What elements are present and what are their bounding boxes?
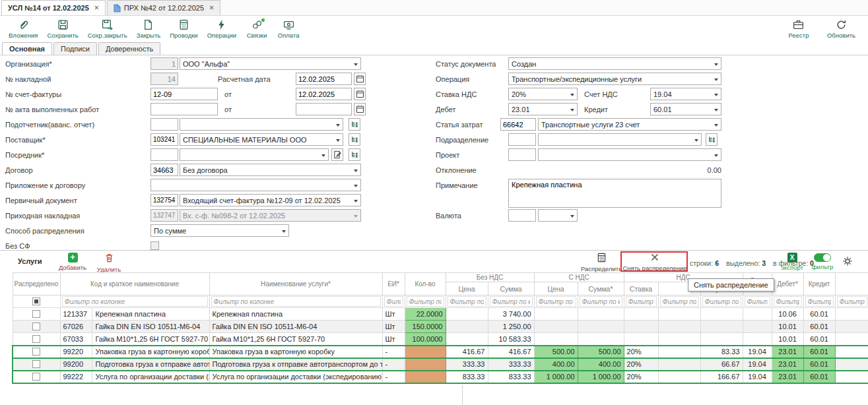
cell-sum-vat[interactable]: 400.00 [578, 358, 624, 371]
operations-button[interactable]: Операции [203, 17, 241, 39]
cell-vat-account[interactable] [743, 308, 772, 321]
cell-service-name[interactable]: Гайка DIN EN ISO 10511-М6-04 [209, 321, 382, 333]
cell-code-name[interactable]: 99200Подготовка груза к отправке автотра… [60, 358, 209, 371]
cell-debit[interactable]: 10.01 [772, 321, 803, 333]
cell-extra[interactable] [835, 371, 868, 383]
cell-price-vat[interactable] [534, 308, 578, 321]
close-tab-icon[interactable]: × [94, 3, 99, 13]
project-code-input[interactable] [508, 148, 536, 161]
column-filter-input[interactable] [774, 296, 802, 307]
note-textarea[interactable]: Крепежная пластина [508, 179, 721, 208]
row-checkbox[interactable] [32, 335, 40, 343]
vat-account-select[interactable]: 19.04 [650, 88, 721, 100]
tab-signatures[interactable]: Подписи [53, 42, 97, 55]
table-row[interactable]: 99222Услуга по организации доставки (экс… [13, 371, 868, 383]
refresh-button[interactable]: Обновить [822, 17, 860, 39]
cell-price-vat[interactable]: 1 000.00 [534, 371, 578, 383]
add-row-button[interactable]: + Добавить [54, 253, 91, 271]
no-sf-checkbox[interactable] [150, 241, 159, 250]
distribute-button[interactable]: Распределить [578, 253, 624, 272]
gear-icon[interactable] [842, 256, 853, 268]
cell-vat-account[interactable]: 19.04 [743, 371, 772, 383]
cell-price-vat[interactable]: 500.00 [534, 346, 578, 358]
cell-rate[interactable]: 20% [624, 346, 658, 358]
close-button[interactable]: Закрыть [132, 17, 166, 39]
save-button[interactable]: Сохранить [43, 17, 83, 39]
cell-rate[interactable]: 20% [624, 371, 658, 383]
cell-price-vat[interactable] [534, 321, 578, 333]
column-filter-input[interactable] [211, 296, 381, 307]
col-code-name[interactable]: Код и краткое наименование [60, 273, 209, 296]
cell-service-name[interactable]: Упаковка груза в картонную коробку [209, 346, 382, 358]
delete-row-button[interactable]: Удалить [92, 253, 125, 273]
cell-code-name[interactable]: 121337Крепежная пластина [60, 308, 209, 321]
operation-select[interactable]: Транспортные/экспедиционные услуги [508, 73, 721, 85]
cell-code-name[interactable]: 67026Гайка DIN EN ISO 10511-М6-04 [60, 321, 209, 333]
cell-service-name[interactable]: Услуга по организации доставки (экспедир… [209, 371, 382, 383]
row-checkbox[interactable] [32, 310, 40, 318]
cell-rate[interactable] [624, 308, 658, 321]
column-filter-input[interactable] [490, 296, 533, 307]
column-filter-input[interactable] [837, 296, 867, 307]
cell-price-no-vat[interactable] [446, 333, 488, 346]
status-select[interactable]: Создан [508, 57, 721, 70]
cell-extra[interactable] [835, 333, 868, 346]
attachments-button[interactable]: Вложения [4, 17, 43, 39]
cell-price-no-vat[interactable] [446, 308, 488, 321]
cell-debit[interactable]: 23.01 [772, 346, 803, 358]
cell-credit[interactable]: 60.01 [803, 321, 835, 333]
cell-debit[interactable]: 10.06 [772, 308, 803, 321]
cell-distributed[interactable] [13, 321, 60, 333]
cell-sum-vat[interactable] [578, 333, 624, 346]
cell-vat-sum-2[interactable] [700, 321, 743, 333]
cell-code-name[interactable]: 99220Упаковка груза в картонную коробку [60, 346, 209, 358]
filter-toggle[interactable]: фильтр [809, 253, 836, 270]
cell-qty[interactable] [405, 358, 446, 371]
cell-price-vat[interactable] [534, 333, 578, 346]
cell-vat-account[interactable] [743, 321, 772, 333]
doc-tab-usl[interactable]: УСЛ №14 от 12.02.2025 × [1, 0, 106, 15]
cell-vat-account[interactable]: 19.04 [743, 358, 772, 371]
cell-vat-sum-2[interactable] [700, 308, 743, 321]
table-row[interactable]: 121337Крепежная пластинаКрепежная пласти… [13, 308, 868, 321]
col-rate[interactable]: Ставка [624, 282, 658, 296]
cell-sum-no-vat[interactable]: 1 250.00 [488, 321, 534, 333]
cell-code-name[interactable]: 99222Услуга по организации доставки (экс… [60, 371, 209, 383]
debit-select[interactable]: 23.01 [508, 103, 578, 115]
cell-debit[interactable]: 23.01 [772, 358, 803, 371]
cell-sum-no-vat[interactable]: 3 740.00 [488, 308, 534, 321]
cell-distributed[interactable] [13, 358, 60, 371]
cell-extra[interactable] [835, 358, 868, 371]
cell-vat-account[interactable]: 19.04 [743, 346, 772, 358]
column-filter-input[interactable] [660, 296, 699, 307]
cell-extra[interactable] [835, 308, 868, 321]
cell-sum-vat[interactable] [578, 308, 624, 321]
cell-distributed[interactable] [13, 371, 60, 383]
department-select[interactable] [538, 133, 702, 146]
currency-code-input[interactable] [508, 209, 536, 222]
column-filter-input[interactable] [745, 296, 770, 307]
table-row[interactable]: 99200Подготовка груза к отправке автотра… [13, 358, 868, 371]
cell-distributed[interactable] [13, 346, 60, 358]
cell-rate[interactable] [624, 321, 658, 333]
cell-credit[interactable]: 60.01 [803, 308, 835, 321]
row-checkbox[interactable] [32, 360, 40, 368]
column-filter-input[interactable] [702, 296, 741, 307]
cell-vat-account[interactable] [743, 333, 772, 346]
cell-unit[interactable]: - [382, 371, 405, 383]
column-filter-input[interactable] [805, 296, 834, 307]
registry-button[interactable]: Реестр [783, 17, 815, 39]
row-checkbox[interactable] [32, 373, 40, 381]
row-checkbox[interactable] [32, 323, 40, 330]
cell-price-no-vat[interactable]: 416.67 [446, 346, 488, 358]
cell-debit[interactable]: 23.01 [772, 371, 803, 383]
cell-sum-no-vat[interactable]: 10 583.33 [488, 333, 534, 346]
cell-distributed[interactable] [13, 333, 60, 346]
cell-qty[interactable] [405, 346, 446, 358]
cell-qty[interactable]: 100.0000 [405, 333, 446, 346]
cell-unit[interactable]: - [382, 346, 405, 358]
cell-service-name[interactable]: Крепежная пластина [209, 308, 382, 321]
export-button[interactable]: X экспорт [778, 253, 807, 271]
cell-unit[interactable]: - [382, 358, 405, 371]
cell-price-vat[interactable]: 400.00 [534, 358, 578, 371]
